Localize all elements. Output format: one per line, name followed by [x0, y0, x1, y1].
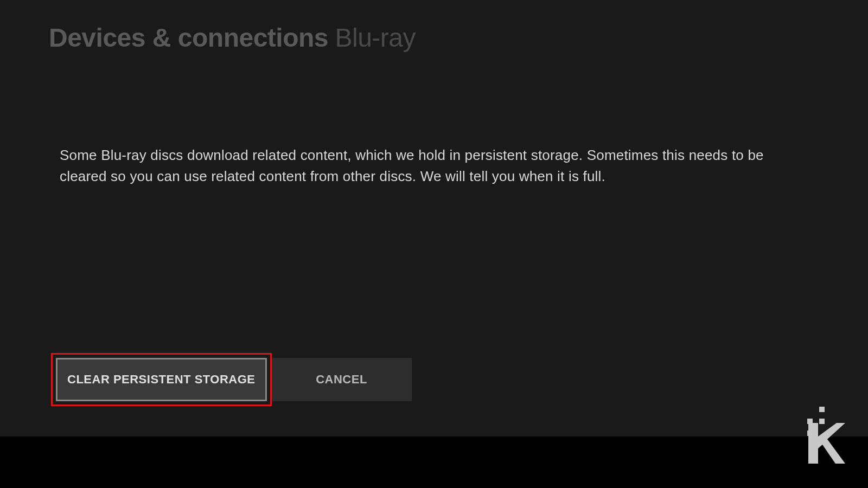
svg-rect-2	[819, 419, 825, 424]
button-row: CLEAR PERSISTENT STORAGE CANCEL	[51, 353, 412, 406]
description-text: Some Blu-ray discs download related cont…	[0, 53, 868, 187]
bottom-bar	[0, 436, 868, 488]
page-header: Devices & connections Blu-ray	[0, 0, 868, 53]
selection-highlight: CLEAR PERSISTENT STORAGE	[51, 353, 272, 406]
clear-persistent-storage-button[interactable]: CLEAR PERSISTENT STORAGE	[56, 358, 267, 401]
header-subtitle: Blu-ray	[335, 23, 416, 52]
content-area: Devices & connections Blu-ray Some Blu-r…	[0, 0, 868, 436]
header-title: Devices & connections	[49, 23, 328, 52]
cancel-button[interactable]: CANCEL	[272, 358, 412, 401]
watermark-logo	[780, 407, 845, 468]
svg-rect-0	[819, 407, 825, 412]
